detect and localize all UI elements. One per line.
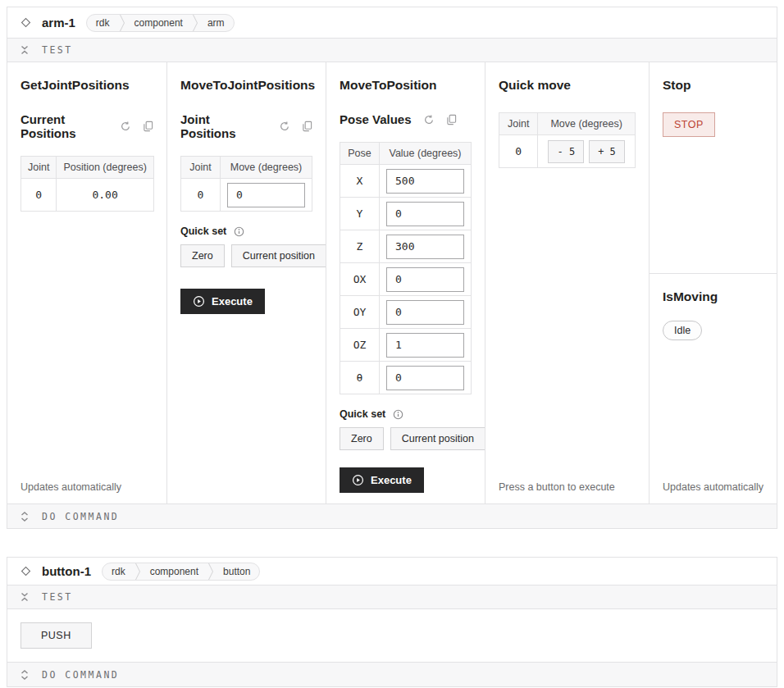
do-command-section-label: DO COMMAND: [42, 669, 119, 681]
current-position-button[interactable]: Current position: [390, 427, 485, 450]
is-moving-section: IsMoving Idle Updates automatically: [650, 274, 777, 503]
refresh-icon[interactable]: [120, 121, 131, 132]
execute-button[interactable]: Execute: [180, 289, 265, 314]
expand-icon: [20, 511, 30, 522]
column-footer-note: Updates automatically: [21, 481, 121, 493]
status-badge: Idle: [663, 321, 702, 340]
component-title: arm-1: [42, 16, 75, 30]
zero-button[interactable]: Zero: [180, 244, 225, 267]
column-header: Joint: [499, 113, 538, 135]
breadcrumb-item: rdk: [103, 563, 134, 580]
collapse-icon: [20, 44, 30, 56]
pose-y-input[interactable]: [386, 202, 464, 226]
pose-label: θ: [340, 362, 380, 394]
table-subtitle: Joint Positions: [180, 112, 267, 140]
method-title: MoveToJointPositions: [180, 78, 315, 93]
quick-set-label: Quick set: [340, 408, 385, 420]
move-minus-5-button[interactable]: - 5: [548, 140, 584, 163]
stop-ismoving-column: Stop STOP IsMoving Idle Updates automati…: [650, 62, 777, 503]
table-row: 0: [181, 179, 312, 212]
column-footer-note: Updates automatically: [663, 481, 763, 493]
pose-values-table: Pose Value (degrees) X Y Z OX: [340, 142, 472, 394]
table-row: 0 0.00: [21, 179, 154, 212]
play-icon: [352, 474, 364, 486]
breadcrumb-item: arm: [198, 15, 234, 31]
joint-positions-table: Joint Move (degrees) 0: [180, 156, 312, 212]
button-test-panel: PUSH: [7, 609, 777, 662]
chevron-right-icon: [207, 563, 214, 580]
quick-move-column: Quick move Joint Move (degrees) 0 - 5 + …: [485, 62, 650, 503]
execute-button-label: Execute: [212, 295, 253, 308]
pose-label: OY: [340, 296, 380, 329]
stop-section: Stop STOP: [650, 62, 777, 274]
copy-icon[interactable]: [446, 114, 457, 125]
play-icon: [193, 295, 205, 308]
pose-oz-input[interactable]: [386, 333, 464, 358]
arm-card-header: arm-1 rdk component arm: [7, 7, 777, 38]
arm-card: arm-1 rdk component arm TEST GetJointPos…: [7, 7, 777, 529]
breadcrumb-item: component: [141, 563, 207, 580]
pose-theta-input[interactable]: [386, 366, 464, 390]
table-row: X: [340, 165, 472, 198]
chevron-right-icon: [192, 15, 198, 31]
current-position-button[interactable]: Current position: [231, 244, 326, 267]
arm-test-panel: GetJointPositions Current Positions Join…: [7, 62, 777, 503]
stop-button[interactable]: STOP: [663, 112, 715, 137]
test-section-header[interactable]: TEST: [7, 585, 777, 609]
method-title: MoveToPosition: [340, 78, 437, 93]
column-header: Joint: [21, 157, 57, 179]
column-footer-note: Press a button to execute: [499, 481, 615, 493]
button-card-header: button-1 rdk component button: [7, 558, 777, 585]
zero-button[interactable]: Zero: [340, 427, 384, 450]
method-title: Quick move: [499, 78, 571, 93]
copy-icon[interactable]: [302, 121, 312, 132]
info-icon[interactable]: [234, 226, 244, 237]
joint-position-value: 0.00: [57, 179, 153, 212]
component-title: button-1: [42, 564, 91, 578]
get-joint-positions-column: GetJointPositions Current Positions Join…: [7, 62, 167, 503]
column-header: Joint: [181, 157, 221, 179]
table-subtitle: Current Positions: [21, 112, 108, 140]
pose-oy-input[interactable]: [386, 300, 464, 325]
joint-move-input[interactable]: [227, 183, 305, 207]
pose-z-input[interactable]: [386, 235, 464, 259]
quick-set-label: Quick set: [180, 226, 226, 237]
chevron-right-icon: [134, 563, 141, 580]
button-card: button-1 rdk component button TEST PUSH …: [7, 557, 777, 687]
component-diamond-icon: [21, 566, 31, 576]
collapse-icon: [20, 591, 30, 603]
current-positions-table: Joint Position (degrees) 0 0.00: [21, 156, 154, 212]
move-plus-5-button[interactable]: + 5: [589, 140, 625, 163]
pose-label: X: [340, 165, 380, 198]
breadcrumb-item: component: [125, 15, 192, 31]
method-title: GetJointPositions: [21, 78, 130, 93]
breadcrumb-item: button: [214, 563, 259, 580]
column-header: Pose: [340, 143, 380, 165]
refresh-icon[interactable]: [279, 121, 290, 132]
table-row: OZ: [340, 329, 472, 362]
test-section-label: TEST: [42, 44, 73, 56]
do-command-section-label: DO COMMAND: [42, 511, 119, 522]
do-command-section-header[interactable]: DO COMMAND: [7, 662, 777, 686]
test-section-header[interactable]: TEST: [7, 38, 777, 62]
table-row: OY: [340, 296, 472, 329]
test-section-label: TEST: [42, 591, 73, 603]
joint-index: 0: [21, 179, 57, 212]
pose-x-input[interactable]: [386, 169, 464, 194]
quick-move-table: Joint Move (degrees) 0 - 5 + 5: [499, 112, 636, 168]
move-to-position-column: MoveToPosition Pose Values Pose Value (d…: [326, 62, 485, 503]
move-to-joint-positions-column: MoveToJointPositions Joint Positions Joi…: [167, 62, 326, 503]
info-icon[interactable]: [393, 409, 403, 420]
execute-button[interactable]: Execute: [340, 467, 424, 493]
pose-label: OX: [340, 263, 380, 296]
breadcrumb-item: rdk: [87, 15, 119, 31]
pose-ox-input[interactable]: [386, 267, 464, 292]
copy-icon[interactable]: [143, 121, 153, 132]
breadcrumb: rdk component button: [102, 563, 260, 581]
push-button[interactable]: PUSH: [21, 622, 92, 649]
do-command-section-header[interactable]: DO COMMAND: [7, 503, 777, 528]
pose-label: Z: [340, 230, 380, 263]
column-header: Move (degrees): [538, 113, 636, 135]
refresh-icon[interactable]: [423, 114, 435, 125]
expand-icon: [20, 669, 30, 681]
